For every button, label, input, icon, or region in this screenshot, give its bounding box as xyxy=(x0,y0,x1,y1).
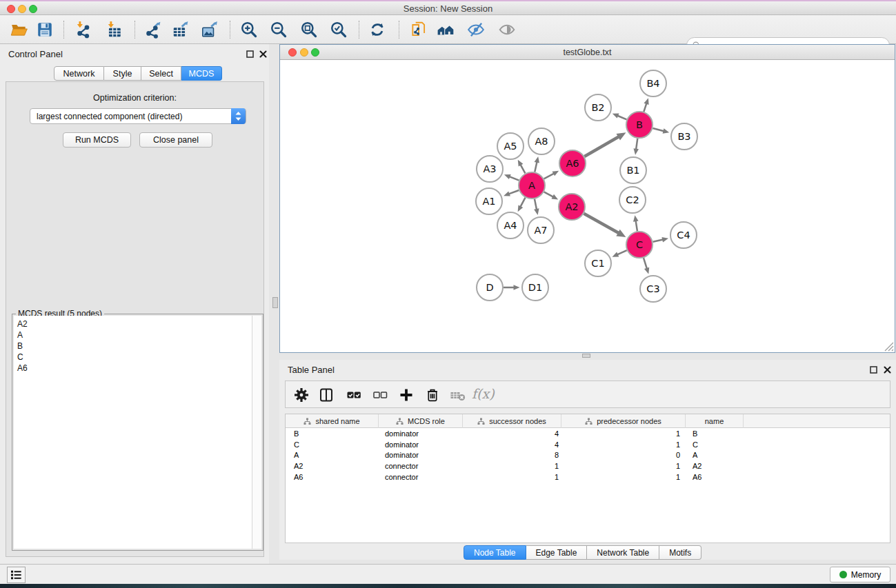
import-table-button[interactable] xyxy=(103,19,124,40)
graph-node-A7[interactable]: A7 xyxy=(528,217,554,243)
table-cell[interactable]: A xyxy=(686,451,744,459)
graph-node-A1[interactable]: A1 xyxy=(476,188,502,214)
column-view-button[interactable] xyxy=(317,386,335,404)
column-header-mcds-role[interactable]: MCDS role xyxy=(379,414,463,428)
graph-node-C[interactable]: C xyxy=(626,232,653,258)
table-row[interactable]: Adominator80A xyxy=(286,449,890,460)
close-panel-button[interactable] xyxy=(259,50,267,58)
zoom-out-button[interactable] xyxy=(268,19,289,40)
table-cell[interactable]: 4 xyxy=(463,440,561,449)
table-cell[interactable]: 1 xyxy=(463,462,561,470)
table-cell[interactable]: 0 xyxy=(561,451,686,459)
close-panel-button-mcds[interactable]: Close panel xyxy=(139,132,212,148)
table-cell[interactable]: 4 xyxy=(463,429,561,438)
table-cell[interactable]: A2 xyxy=(686,462,744,470)
graph-node-B4[interactable]: B4 xyxy=(640,70,666,97)
table-settings-button[interactable] xyxy=(292,386,310,404)
tab-network-table[interactable]: Network Table xyxy=(587,545,659,560)
column-header-predecessor-nodes[interactable]: predecessor nodes xyxy=(561,414,686,428)
graph-node-B[interactable]: B xyxy=(626,112,653,138)
mcds-result-scrollbar[interactable] xyxy=(252,316,261,549)
table-row[interactable]: A6connector11A6 xyxy=(286,472,890,483)
graph-node-D[interactable]: D xyxy=(477,274,503,301)
table-cell[interactable]: dominator xyxy=(379,451,463,459)
graph-node-C4[interactable]: C4 xyxy=(670,222,697,248)
table-cell[interactable]: dominator xyxy=(379,429,463,438)
float-table-panel-button[interactable] xyxy=(870,366,877,374)
table-cell[interactable]: 8 xyxy=(463,451,561,459)
duplicate-network-button[interactable] xyxy=(408,19,429,40)
graph-node-A5[interactable]: A5 xyxy=(497,133,524,159)
show-panels-button[interactable] xyxy=(497,19,517,40)
graph-node-C2[interactable]: C2 xyxy=(619,187,646,213)
open-session-button[interactable] xyxy=(9,19,30,40)
network-window-titlebar[interactable]: testGlobe.txt xyxy=(280,45,895,60)
graph-node-C3[interactable]: C3 xyxy=(640,276,666,302)
column-header-shared-name[interactable]: shared name xyxy=(286,414,379,428)
mcds-result-item[interactable]: A6 xyxy=(14,363,251,374)
table-cell[interactable]: 1 xyxy=(463,473,561,481)
task-history-button[interactable] xyxy=(7,567,26,583)
tab-network[interactable]: Network xyxy=(54,66,104,81)
app-titlebar[interactable]: Session: New Session xyxy=(0,1,896,15)
tab-node-table[interactable]: Node Table xyxy=(464,545,526,560)
graph-node-A4[interactable]: A4 xyxy=(497,212,524,239)
select-all-button[interactable] xyxy=(345,386,363,404)
table-cell[interactable]: A6 xyxy=(686,473,744,481)
memory-button[interactable]: Memory xyxy=(830,567,890,582)
hide-panels-button[interactable] xyxy=(466,19,486,40)
tab-select[interactable]: Select xyxy=(141,66,181,81)
table-cell[interactable]: connector xyxy=(379,473,463,481)
graph-node-A2[interactable]: A2 xyxy=(559,194,585,220)
graph-node-D1[interactable]: D1 xyxy=(522,274,548,301)
tab-style[interactable]: Style xyxy=(104,66,141,81)
table-cell[interactable]: C xyxy=(686,440,744,449)
vertical-splitter-handle[interactable] xyxy=(272,297,278,308)
home-button[interactable] xyxy=(435,19,456,40)
tab-mcds[interactable]: MCDS xyxy=(181,66,222,81)
table-cell[interactable]: A2 xyxy=(286,462,379,470)
function-builder-button[interactable]: f(x) xyxy=(472,386,495,401)
close-table-panel-button[interactable] xyxy=(884,366,891,374)
graph-node-A[interactable]: A xyxy=(519,172,545,199)
delete-table-button[interactable] xyxy=(448,386,466,404)
mcds-result-item[interactable]: A xyxy=(14,330,251,341)
zoom-selected-button[interactable] xyxy=(328,19,349,40)
export-table-button[interactable] xyxy=(170,19,190,40)
zoom-in-button[interactable] xyxy=(239,19,259,40)
graph-node-B2[interactable]: B2 xyxy=(585,94,611,121)
mcds-result-item[interactable]: C xyxy=(14,352,251,363)
add-column-button[interactable] xyxy=(397,386,415,404)
export-network-button[interactable] xyxy=(142,19,163,40)
network-graph-canvas[interactable]: AA1A2A3A4A5A6A7A8BB1B2B3B4CC1C2C3C4DD1 xyxy=(280,60,895,352)
mcds-result-item[interactable]: B xyxy=(14,341,251,352)
table-row[interactable]: A2connector11A2 xyxy=(286,460,890,472)
refresh-button[interactable] xyxy=(367,19,388,40)
column-header-name[interactable]: name xyxy=(686,414,744,428)
horizontal-splitter-handle[interactable] xyxy=(582,354,590,358)
table-cell[interactable]: 1 xyxy=(561,473,686,481)
graph-node-C1[interactable]: C1 xyxy=(585,250,611,276)
mcds-result-list[interactable]: A2ABCA6 xyxy=(14,316,261,549)
table-cell[interactable]: C xyxy=(286,440,379,449)
deselect-all-button[interactable] xyxy=(371,386,389,404)
table-cell[interactable]: A xyxy=(286,451,379,459)
export-image-button[interactable] xyxy=(199,19,219,40)
import-network-button[interactable] xyxy=(72,19,93,40)
graph-node-B1[interactable]: B1 xyxy=(620,157,646,183)
table-cell[interactable]: 1 xyxy=(561,440,686,449)
table-cell[interactable]: connector xyxy=(379,462,463,470)
mcds-result-item[interactable]: A2 xyxy=(14,318,251,330)
table-cell[interactable]: B xyxy=(286,429,379,438)
zoom-fit-button[interactable] xyxy=(299,19,319,40)
save-session-button[interactable] xyxy=(34,19,55,40)
table-cell[interactable]: B xyxy=(686,429,744,438)
table-cell[interactable]: dominator xyxy=(379,440,463,449)
table-row[interactable]: Bdominator41B xyxy=(286,428,890,439)
table-cell[interactable]: 1 xyxy=(561,462,686,470)
delete-button[interactable] xyxy=(424,386,441,404)
optimization-criterion-dropdown[interactable]: largest connected component (directed) xyxy=(30,108,246,124)
tab-motifs[interactable]: Motifs xyxy=(659,545,701,560)
graph-node-A3[interactable]: A3 xyxy=(477,156,503,182)
resize-grip-icon[interactable] xyxy=(884,342,894,352)
